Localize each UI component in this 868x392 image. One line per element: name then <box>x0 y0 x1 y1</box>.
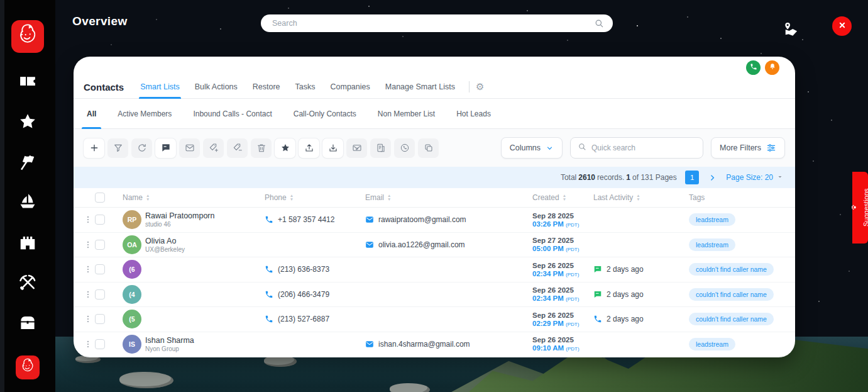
table-row[interactable]: (6 (213) 636-8373 Sep 26 202502:34 PM (P… <box>74 257 795 283</box>
page-number-button[interactable]: 1 <box>685 171 699 184</box>
tags-cell: couldn't find caller name <box>689 315 795 323</box>
row-checkbox[interactable] <box>95 314 105 324</box>
sort-icon[interactable]: ▲▼ <box>387 194 391 201</box>
toolbar-filter-button[interactable] <box>107 138 128 158</box>
table-row[interactable]: (5 (213) 527-6887 Sep 26 202502:29 PM (P… <box>74 307 795 332</box>
add-icon <box>89 143 99 153</box>
toolbar-import-button[interactable] <box>322 138 343 158</box>
columns-dropdown[interactable]: Columns <box>501 137 563 159</box>
tag-pill[interactable]: couldn't find caller name <box>689 313 774 325</box>
row-menu-icon[interactable] <box>84 215 92 225</box>
tab-restore[interactable]: Restore <box>245 76 288 99</box>
page-size-selector[interactable]: Page Size: 20 <box>726 173 784 182</box>
column-header-phone[interactable]: Phone▲▼ <box>265 193 365 202</box>
toolbar-whatsapp-button[interactable] <box>394 138 415 158</box>
toolbar-tag-remove-button[interactable] <box>227 138 248 158</box>
sidebar-item-star[interactable] <box>17 113 38 133</box>
map-pin-icon[interactable] <box>781 21 798 37</box>
phone-icon <box>750 63 757 72</box>
smart-list-tab-active-members[interactable]: Active Members <box>110 99 179 129</box>
table-row[interactable]: (4 (206) 466-3479 Sep 26 202502:34 PM (P… <box>74 283 795 308</box>
sidebar-item-pickaxe[interactable] <box>17 274 38 294</box>
tag-pill[interactable]: leadstream <box>689 338 735 350</box>
chat-icon <box>593 265 602 274</box>
next-page-chevron-icon[interactable] <box>708 174 717 182</box>
suggestions-tab[interactable]: Suggestions <box>852 172 868 244</box>
tab-companies[interactable]: Companies <box>323 76 378 99</box>
sidebar-item-sailboat[interactable] <box>17 193 38 213</box>
table-row[interactable]: RP Rawai Pratoomporn studio 46 +1 587 35… <box>74 208 795 233</box>
row-checkbox[interactable] <box>95 215 105 225</box>
tag-pill[interactable]: couldn't find caller name <box>689 263 774 276</box>
phone-call-button[interactable] <box>746 60 761 75</box>
row-checkbox[interactable] <box>95 289 105 300</box>
row-menu-icon[interactable] <box>84 264 92 274</box>
settings-gear-icon[interactable]: ⚙ <box>476 81 484 92</box>
row-menu-icon[interactable] <box>84 240 92 250</box>
column-header-tags[interactable]: Tags <box>689 193 795 202</box>
row-checkbox[interactable] <box>95 264 105 274</box>
row-checkbox[interactable] <box>95 339 105 349</box>
sort-icon[interactable]: ▲▼ <box>563 194 566 201</box>
app-logo[interactable] <box>11 20 44 53</box>
contact-name[interactable]: Ishan Sharma <box>145 336 265 345</box>
smart-list-tab-inbound-calls-contact[interactable]: Inbound Calls - Contact <box>185 99 279 129</box>
close-button[interactable] <box>832 16 852 36</box>
tab-bulk-actions[interactable]: Bulk Actions <box>187 76 245 99</box>
app-logo-small[interactable] <box>16 356 40 379</box>
smart-list-tab-hot-leads[interactable]: Hot Leads <box>449 99 498 129</box>
export-icon <box>304 143 314 153</box>
sailboat-icon <box>18 193 37 214</box>
search-icon <box>594 18 604 28</box>
contact-name[interactable]: Olivia Ao <box>145 237 265 245</box>
table-row[interactable]: IS Ishan Sharma Nyon Group ishan.4sharma… <box>74 332 795 357</box>
tag-pill[interactable]: leadstream <box>689 213 735 226</box>
tag-pill[interactable]: couldn't find caller name <box>689 288 774 301</box>
toolbar-copy-button[interactable] <box>418 138 439 158</box>
toolbar-delete-button[interactable] <box>251 138 272 158</box>
toolbar-add-button[interactable] <box>84 138 104 158</box>
sort-icon[interactable]: ▲▼ <box>290 194 294 201</box>
toolbar-tag-add-button[interactable] <box>203 138 224 158</box>
column-header-email[interactable]: Email▲▼ <box>365 193 532 202</box>
tab-tasks[interactable]: Tasks <box>288 76 323 99</box>
sidebar-item-treasure-chest[interactable] <box>17 314 38 334</box>
quick-search[interactable] <box>570 137 703 159</box>
global-search-input[interactable] <box>272 19 594 28</box>
more-filters-button[interactable]: More Filters <box>711 137 785 159</box>
sort-icon[interactable]: ▲▼ <box>636 194 640 201</box>
row-menu-icon[interactable] <box>84 314 92 324</box>
toolbar-email-button[interactable] <box>179 138 200 158</box>
contact-name[interactable]: Rawai Pratoomporn <box>145 211 265 220</box>
sidebar-item-ticket[interactable] <box>17 72 38 92</box>
column-header-last-activity[interactable]: Last Activity▲▼ <box>593 193 689 202</box>
sidebar-item-flag[interactable] <box>17 153 38 173</box>
smart-list-tab-all[interactable]: All <box>79 99 104 129</box>
tab-smart-lists[interactable]: Smart Lists <box>133 76 187 99</box>
toolbar-export-button[interactable] <box>299 138 319 158</box>
column-header-created[interactable]: Created▲▼ <box>532 193 593 202</box>
row-checkbox[interactable] <box>95 240 105 250</box>
row-menu-icon[interactable] <box>84 289 92 300</box>
avatar: OA <box>123 235 141 254</box>
smart-list-tab-non-member-list[interactable]: Non Member List <box>370 99 442 129</box>
toolbar-mail-check-button[interactable] <box>346 138 367 158</box>
quick-search-input[interactable] <box>591 143 696 152</box>
notifications-button[interactable] <box>765 60 779 75</box>
sort-icon[interactable]: ▲▼ <box>146 194 150 201</box>
smart-list-tab-call-only-contacts[interactable]: Call-Only Contacts <box>286 99 364 129</box>
toolbar-contact-card-button[interactable] <box>370 138 391 158</box>
toolbar-star-button[interactable] <box>275 138 295 158</box>
select-all-checkbox[interactable] <box>95 193 105 203</box>
toolbar-pipeline-button[interactable] <box>131 138 152 158</box>
table-row[interactable]: OA Olivia Ao UX@Berkeley olivia.ao1226@g… <box>74 233 795 258</box>
toolbar-chat-button[interactable] <box>155 138 176 158</box>
global-search[interactable] <box>261 14 613 32</box>
caret-down-icon <box>776 173 784 182</box>
tab-manage-smart-lists[interactable]: Manage Smart Lists <box>378 76 463 99</box>
column-header-name[interactable]: Name▲▼ <box>115 193 265 202</box>
tag-pill[interactable]: leadstream <box>689 238 735 251</box>
email-address: olivia.ao1226@gmail.com <box>378 240 465 249</box>
sidebar-item-castle[interactable] <box>17 233 38 254</box>
row-menu-icon[interactable] <box>84 339 92 349</box>
